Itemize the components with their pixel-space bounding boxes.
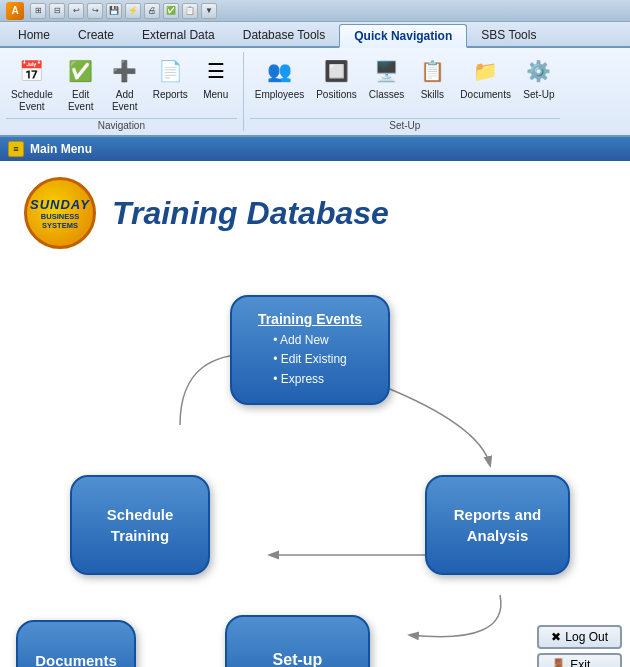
app-logo: A [6, 2, 24, 20]
menu-icon: ☰ [200, 55, 232, 87]
employees-label: Employees [255, 89, 304, 101]
tb-icon-4[interactable]: ↪ [87, 3, 103, 19]
exit-label: Exit [570, 658, 590, 667]
ribbon-group-navigation: 📅 ScheduleEvent ✅ EditEvent ➕ AddEvent 📄… [0, 52, 244, 131]
training-events-button[interactable]: Training Events • Add New• Edit Existing… [230, 295, 390, 405]
classes-icon: 🖥️ [371, 55, 403, 87]
skills-icon: 📋 [416, 55, 448, 87]
logout-label: Log Out [565, 630, 608, 644]
edit-event-icon: ✅ [65, 55, 97, 87]
positions-label: Positions [316, 89, 357, 101]
reports-button[interactable]: 📄 Reports [148, 52, 193, 104]
navigation-group-label: Navigation [6, 118, 237, 131]
training-events-title: Training Events [258, 311, 362, 327]
add-event-button[interactable]: ➕ AddEvent [104, 52, 146, 116]
tab-sbs-tools[interactable]: SBS Tools [467, 24, 550, 46]
logo-text-bottom: BUSINESS SYSTEMS [27, 212, 93, 230]
bottom-action-buttons: ✖ Log Out 🚪 Exit [537, 625, 622, 667]
tb-icon-2[interactable]: ⊟ [49, 3, 65, 19]
tab-home[interactable]: Home [4, 24, 64, 46]
classes-label: Classes [369, 89, 405, 101]
training-events-items: • Add New• Edit Existing• Express [273, 331, 347, 389]
tb-icon-3[interactable]: ↩ [68, 3, 84, 19]
reports-analysis-button[interactable]: Reports andAnalysis [425, 475, 570, 575]
ribbon-group-setup: 👥 Employees 🔲 Positions 🖥️ Classes 📋 Ski… [244, 52, 566, 131]
setup-button[interactable]: Set-up [225, 615, 370, 667]
setup-label-diagram: Set-up [273, 651, 323, 667]
schedule-training-label: ScheduleTraining [107, 504, 174, 546]
app-title: Training Database [112, 195, 389, 232]
documents-label: Documents [460, 89, 511, 101]
positions-button[interactable]: 🔲 Positions [311, 52, 362, 104]
setup-group-items: 👥 Employees 🔲 Positions 🖥️ Classes 📋 Ski… [250, 52, 560, 116]
tb-icon-9[interactable]: 📋 [182, 3, 198, 19]
tb-icon-8[interactable]: ✅ [163, 3, 179, 19]
setup-label: Set-Up [523, 89, 554, 101]
app-header: SUNDAY BUSINESS SYSTEMS Training Databas… [0, 161, 630, 265]
title-bar-icons: ⊞ ⊟ ↩ ↪ 💾 ⚡ 🖨 ✅ 📋 ▼ [30, 3, 217, 19]
exit-icon: 🚪 [551, 658, 566, 667]
reports-label: Reports [153, 89, 188, 101]
exit-button[interactable]: 🚪 Exit [537, 653, 622, 667]
tb-icon-5[interactable]: 💾 [106, 3, 122, 19]
menu-button[interactable]: ☰ Menu [195, 52, 237, 104]
main-content: SUNDAY BUSINESS SYSTEMS Training Databas… [0, 161, 630, 667]
schedule-event-icon: 📅 [16, 55, 48, 87]
employees-icon: 👥 [263, 55, 295, 87]
breadcrumb-bar: ≡ Main Menu [0, 137, 630, 161]
schedule-training-button[interactable]: ScheduleTraining [70, 475, 210, 575]
add-event-label: AddEvent [112, 89, 138, 113]
diagram-area: Training Events • Add New• Edit Existing… [0, 265, 630, 667]
documents-button[interactable]: Documents [16, 620, 136, 667]
tb-icon-10[interactable]: ▼ [201, 3, 217, 19]
setup-icon: ⚙️ [523, 55, 555, 87]
company-logo: SUNDAY BUSINESS SYSTEMS [24, 177, 96, 249]
add-event-icon: ➕ [109, 55, 141, 87]
ribbon-content: 📅 ScheduleEvent ✅ EditEvent ➕ AddEvent 📄… [0, 48, 630, 137]
tab-quick-navigation[interactable]: Quick Navigation [339, 24, 467, 48]
tb-icon-7[interactable]: 🖨 [144, 3, 160, 19]
tab-create[interactable]: Create [64, 24, 128, 46]
title-bar: A ⊞ ⊟ ↩ ↪ 💾 ⚡ 🖨 ✅ 📋 ▼ [0, 0, 630, 22]
setup-ribbon-button[interactable]: ⚙️ Set-Up [518, 52, 560, 104]
navigation-group-items: 📅 ScheduleEvent ✅ EditEvent ➕ AddEvent 📄… [6, 52, 237, 116]
positions-icon: 🔲 [320, 55, 352, 87]
breadcrumb-text: Main Menu [30, 142, 92, 156]
tab-external-data[interactable]: External Data [128, 24, 229, 46]
edit-event-button[interactable]: ✅ EditEvent [60, 52, 102, 116]
ribbon-tabs: Home Create External Data Database Tools… [0, 22, 630, 48]
schedule-event-label: ScheduleEvent [11, 89, 53, 113]
logout-button[interactable]: ✖ Log Out [537, 625, 622, 649]
breadcrumb-icon: ≡ [8, 141, 24, 157]
skills-button[interactable]: 📋 Skills [411, 52, 453, 104]
setup-group-label: Set-Up [250, 118, 560, 131]
logo-text-top: SUNDAY [30, 197, 90, 212]
edit-event-label: EditEvent [68, 89, 94, 113]
tb-icon-1[interactable]: ⊞ [30, 3, 46, 19]
logout-icon: ✖ [551, 630, 561, 644]
classes-button[interactable]: 🖥️ Classes [364, 52, 410, 104]
documents-label-diagram: Documents [35, 652, 117, 668]
documents-ribbon-button[interactable]: 📁 Documents [455, 52, 516, 104]
reports-analysis-label: Reports andAnalysis [454, 504, 542, 546]
skills-label: Skills [421, 89, 444, 101]
reports-icon: 📄 [154, 55, 186, 87]
menu-label: Menu [203, 89, 228, 101]
schedule-event-button[interactable]: 📅 ScheduleEvent [6, 52, 58, 116]
tab-database-tools[interactable]: Database Tools [229, 24, 340, 46]
tb-icon-6[interactable]: ⚡ [125, 3, 141, 19]
employees-button[interactable]: 👥 Employees [250, 52, 309, 104]
documents-icon: 📁 [470, 55, 502, 87]
